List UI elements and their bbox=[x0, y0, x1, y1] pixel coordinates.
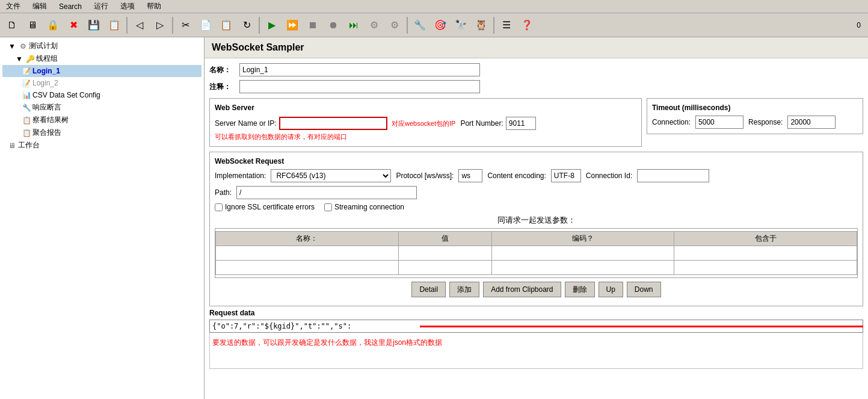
response-label: Response: bbox=[748, 118, 783, 126]
streaming-label: Streaming connection bbox=[334, 203, 404, 211]
name-input[interactable] bbox=[239, 63, 480, 76]
lock-button[interactable]: 🔒 bbox=[43, 16, 63, 35]
sep1 bbox=[126, 17, 128, 34]
protocol-input[interactable] bbox=[458, 169, 482, 182]
implementation-select[interactable]: RFC6455 (v13) Jetty bbox=[271, 169, 391, 182]
refresh-button[interactable]: ↻ bbox=[237, 16, 256, 35]
add-clipboard-button[interactable]: Add from Clipboard bbox=[483, 282, 561, 297]
tools-button[interactable]: 🔧 bbox=[410, 16, 429, 35]
paste-button[interactable]: 📋 bbox=[217, 16, 236, 35]
expand-icon: ▼ bbox=[7, 42, 17, 51]
request-data-input[interactable] bbox=[209, 320, 863, 333]
tree-label-assertion: 响应断言 bbox=[32, 102, 61, 113]
menu-search[interactable]: Search bbox=[55, 1, 85, 12]
menu-options[interactable]: 选项 bbox=[117, 0, 138, 13]
menu-run[interactable]: 运行 bbox=[90, 0, 112, 13]
request-data-annotation: 要发送的数据，可以跟开发确定是发什么数据，我这里是json格式的数据 bbox=[212, 338, 442, 347]
path-input[interactable] bbox=[236, 186, 417, 199]
col-encode: 编码？ bbox=[491, 232, 674, 246]
login1-icon: 📝 bbox=[22, 66, 31, 76]
tree-item-threadgroup[interactable]: ▼ 🔑 线程组 bbox=[2, 52, 202, 65]
empty-cell-7 bbox=[491, 261, 674, 275]
stop-button[interactable]: ⏹ bbox=[303, 16, 322, 35]
connection-id-input[interactable] bbox=[637, 169, 709, 182]
save-as-button[interactable]: 📋 bbox=[105, 16, 124, 35]
down-button[interactable]: Down bbox=[627, 282, 661, 297]
web-server-title: Web Server bbox=[215, 104, 636, 112]
close-button[interactable]: ✖ bbox=[64, 16, 83, 35]
tree-item-assertion[interactable]: 🔧 响应断言 bbox=[2, 101, 202, 114]
login2-icon: 📝 bbox=[22, 78, 31, 88]
undo-button[interactable]: ◁ bbox=[130, 16, 149, 35]
server-name-label: Server Name or IP: bbox=[215, 119, 277, 128]
request-data-section: Request data 要发送的数据，可以跟开发确定是发什么数据，我这里是js… bbox=[209, 309, 863, 369]
detail-button[interactable]: Detail bbox=[411, 282, 446, 297]
comment-label: 注释： bbox=[209, 82, 239, 92]
menu-file[interactable]: 文件 bbox=[2, 0, 24, 13]
streaming-checkbox[interactable] bbox=[324, 203, 332, 211]
empty-cell-8 bbox=[674, 261, 857, 275]
tree-label-results: 察看结果树 bbox=[32, 115, 69, 125]
config-button[interactable]: ⚙ bbox=[365, 16, 384, 35]
tree-item-testplan[interactable]: ▼ ⚙ 测试计划 bbox=[2, 40, 202, 52]
list-button[interactable]: ☰ bbox=[497, 16, 516, 35]
server-ip-input[interactable] bbox=[279, 117, 387, 130]
tree-item-aggregate[interactable]: 📋 聚合报告 bbox=[2, 126, 202, 139]
copy-button[interactable]: 📄 bbox=[196, 16, 215, 35]
config2-button[interactable]: ⚙ bbox=[385, 16, 404, 35]
action-buttons-row: Detail 添加 Add from Clipboard 删除 Up Down bbox=[215, 282, 858, 297]
tree-label-login2: Login_2 bbox=[32, 79, 58, 87]
target-button[interactable]: 🎯 bbox=[431, 16, 450, 35]
timeout-section: Timeout (milliseconds) Connection: Respo… bbox=[647, 98, 863, 134]
implementation-label: Implementation: bbox=[215, 172, 266, 180]
menubar: 文件 编辑 Search 运行 选项 帮助 bbox=[0, 0, 868, 13]
tree-label-login1: Login_1 bbox=[32, 67, 60, 75]
table-row-empty bbox=[216, 246, 857, 261]
run-test-button[interactable]: ⏭ bbox=[344, 16, 363, 35]
run-button[interactable]: ▶ bbox=[262, 16, 282, 35]
up-button[interactable]: Up bbox=[599, 282, 623, 297]
port-group: Port Number: bbox=[460, 117, 535, 130]
add-button[interactable]: 添加 bbox=[449, 282, 479, 297]
port-input[interactable] bbox=[506, 117, 536, 130]
connection-input[interactable] bbox=[695, 116, 743, 129]
workbench-icon: 🖥 bbox=[7, 141, 17, 150]
csv-icon: 📊 bbox=[22, 90, 31, 100]
comment-row: 注释： bbox=[209, 80, 863, 93]
help-button[interactable]: ❓ bbox=[517, 16, 537, 35]
server-row: Server Name or IP: 对应websocket包的IP Port … bbox=[215, 117, 636, 130]
col-include: 包含于 bbox=[674, 232, 857, 246]
telescope-button[interactable]: 🔭 bbox=[451, 16, 470, 35]
redo-button[interactable]: ▷ bbox=[150, 16, 170, 35]
cut-button[interactable]: ✂ bbox=[176, 16, 195, 35]
server-ip-annotation: 对应websocket包的IP bbox=[392, 120, 455, 127]
menu-help[interactable]: 帮助 bbox=[143, 0, 165, 13]
tree-item-csv[interactable]: 📊 CSV Data Set Config bbox=[2, 89, 202, 101]
menu-edit[interactable]: 编辑 bbox=[29, 0, 51, 13]
aggregate-icon: 📋 bbox=[22, 128, 31, 138]
run-all-button[interactable]: ⏩ bbox=[283, 16, 302, 35]
tree-item-workbench[interactable]: 🖥 工作台 bbox=[2, 139, 202, 152]
main-layout: ▼ ⚙ 测试计划 ▼ 🔑 线程组 📝 Login_1 📝 Login_2 📊 C… bbox=[0, 37, 868, 399]
response-input[interactable] bbox=[787, 116, 836, 129]
ws-request-section: WebSocket Request Implementation: RFC645… bbox=[209, 152, 863, 306]
port-label: Port Number: bbox=[460, 119, 503, 128]
tree-item-results[interactable]: 📋 察看结果树 bbox=[2, 114, 202, 126]
open-button[interactable]: 🖥 bbox=[23, 16, 42, 35]
request-data-title: Request data bbox=[209, 309, 863, 317]
comment-input[interactable] bbox=[239, 80, 480, 93]
col-value: 值 bbox=[398, 232, 491, 246]
encoding-input[interactable] bbox=[551, 169, 581, 182]
ignore-ssl-label: Ignore SSL certificate errors bbox=[225, 203, 315, 211]
stop2-button[interactable]: ⏺ bbox=[324, 16, 343, 35]
empty-cell-4 bbox=[674, 246, 857, 261]
tree-item-login2[interactable]: 📝 Login_2 bbox=[2, 77, 202, 89]
ignore-ssl-checkbox[interactable] bbox=[215, 203, 223, 211]
server-ip-wrapper: 对应websocket包的IP bbox=[279, 117, 456, 130]
request-data-wrapper: 要发送的数据，可以跟开发确定是发什么数据，我这里是json格式的数据 bbox=[209, 320, 863, 369]
owl-button[interactable]: 🦉 bbox=[472, 16, 491, 35]
new-button[interactable]: 🗋 bbox=[2, 16, 22, 35]
save-button[interactable]: 💾 bbox=[84, 16, 103, 35]
tree-item-login1[interactable]: 📝 Login_1 bbox=[2, 65, 202, 77]
delete-button[interactable]: 删除 bbox=[565, 282, 595, 297]
